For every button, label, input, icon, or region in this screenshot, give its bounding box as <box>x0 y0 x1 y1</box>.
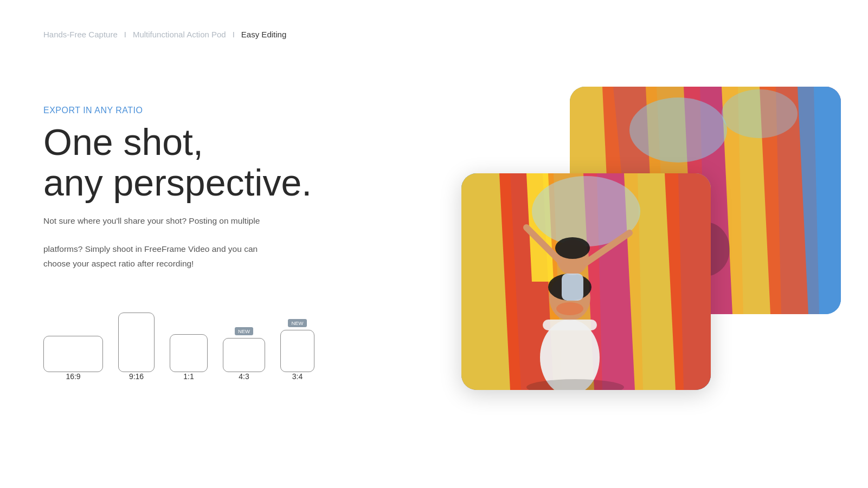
export-label: EXPORT IN ANY RATIO <box>43 106 380 115</box>
headline-line2: any perspective. <box>43 162 312 203</box>
ratio-box-1-1[interactable] <box>170 334 208 372</box>
badge-row-4-3: NEW <box>235 326 253 337</box>
svg-point-30 <box>556 302 583 315</box>
ratio-label-16-9: 16:9 <box>66 372 80 381</box>
svg-rect-29 <box>562 274 583 301</box>
ratio-box-9-16[interactable] <box>118 313 155 372</box>
ratio-item-4-3: NEW 4:3 <box>223 326 265 381</box>
headline: One shot, any perspective. <box>43 122 380 203</box>
desc-line1: Not sure where you'll share your shot? P… <box>43 216 260 225</box>
desc-line2: platforms? Simply shoot in FreeFrame Vid… <box>43 244 258 253</box>
ratio-container: 16:9 9:16 1:1 NEW 4:3 NEW <box>43 301 380 381</box>
nav-item-action-pod[interactable]: Multifunctional Action Pod <box>133 30 226 39</box>
svg-point-26 <box>555 237 590 259</box>
badge-row-3-4: NEW <box>288 318 306 329</box>
badge-4-3: NEW <box>235 327 253 335</box>
ratio-label-3-4: 3:4 <box>292 372 303 381</box>
ratio-label-1-1: 1:1 <box>183 372 194 381</box>
desc-line3: choose your aspect ratio after recording… <box>43 259 194 268</box>
navigation: Hands-Free Capture I Multifunctional Act… <box>0 30 868 39</box>
ratio-label-4-3: 4:3 <box>239 372 249 381</box>
ratio-item-9-16: 9:16 <box>118 301 155 381</box>
svg-rect-24 <box>543 320 597 330</box>
nav-item-easy-editing[interactable]: Easy Editing <box>241 30 286 39</box>
nav-sep-2: I <box>233 30 235 39</box>
ratio-item-16-9: 16:9 <box>43 324 103 381</box>
badge-3-4: NEW <box>288 319 306 327</box>
headline-line1: One shot, <box>43 121 203 162</box>
nav-item-hands-free[interactable]: Hands-Free Capture <box>43 30 118 39</box>
image-front <box>461 173 711 390</box>
ratio-item-3-4: NEW 3:4 <box>280 318 314 381</box>
description: Not sure where you'll share your shot? P… <box>43 214 320 271</box>
ratio-box-4-3[interactable] <box>223 338 265 372</box>
left-content: EXPORT IN ANY RATIO One shot, any perspe… <box>43 106 380 381</box>
ratio-box-3-4[interactable] <box>280 330 314 372</box>
nav-sep-1: I <box>124 30 126 39</box>
ratio-label-9-16: 9:16 <box>129 372 144 381</box>
ratio-item-1-1: 1:1 <box>170 322 208 381</box>
svg-point-8 <box>629 97 727 162</box>
ratio-box-16-9[interactable] <box>43 336 103 372</box>
right-images <box>461 87 841 390</box>
svg-point-9 <box>722 89 798 138</box>
flags-scene-front <box>461 173 711 390</box>
